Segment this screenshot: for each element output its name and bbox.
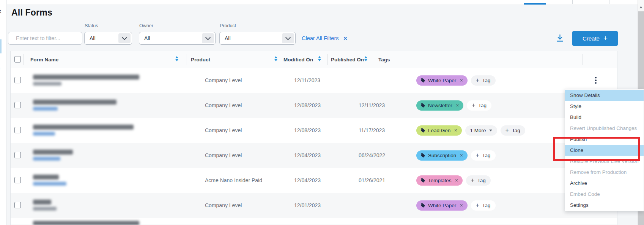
menu-item-embed-code: Embed Code <box>565 189 644 200</box>
caret-down-icon <box>489 130 492 131</box>
add-tag-button[interactable]: +Tag <box>471 75 496 86</box>
download-button[interactable] <box>554 32 565 44</box>
row-checkbox[interactable] <box>14 102 21 108</box>
clear-filters-x-icon[interactable]: ✕ <box>343 36 348 41</box>
tags-cell: Subscription✕+Tag <box>416 150 496 161</box>
tag-icon <box>420 153 425 158</box>
chevron-down-icon[interactable] <box>282 33 294 43</box>
cell-published-on: 06/24/2022 <box>359 152 385 158</box>
create-button[interactable]: Create + <box>572 31 618 46</box>
table-row: Company Level12/04/202306/24/2022Subscri… <box>11 143 617 168</box>
menu-item-archive[interactable]: Archive <box>565 178 644 189</box>
add-tag-button[interactable]: +Tag <box>467 100 491 111</box>
cell-modified-on: 12/08/2023 <box>294 102 321 108</box>
form-link-redacted[interactable] <box>33 107 58 111</box>
tag-chip-label: Newsletter <box>428 103 452 108</box>
tag-icon <box>420 78 425 83</box>
menu-item-show-details[interactable]: Show Details <box>565 90 644 101</box>
tag-icon <box>420 103 425 108</box>
row-checkbox[interactable] <box>14 152 21 158</box>
cell-modified-on: 12/01/2023 <box>294 202 321 208</box>
remove-tag-icon[interactable]: ✕ <box>460 78 463 83</box>
header-divider <box>280 54 280 65</box>
status-filter-select[interactable]: All <box>84 32 132 45</box>
more-tags-button[interactable]: 1 More <box>465 125 497 136</box>
sort-icon-product[interactable] <box>274 56 277 61</box>
form-name-redacted <box>33 150 73 155</box>
column-header-published-on[interactable]: Published On <box>331 51 364 68</box>
tag-chip-label: White Paper <box>428 203 456 208</box>
search-input[interactable] <box>15 35 85 42</box>
plus-icon: + <box>476 202 479 209</box>
annotation-red-box <box>553 137 640 161</box>
remove-tag-icon[interactable]: ✕ <box>460 153 463 158</box>
column-header-tags: Tags <box>378 51 390 68</box>
cell-product: Company Level <box>205 127 242 133</box>
form-name-redacted <box>33 125 134 130</box>
tags-cell: White Paper✕+Tag <box>416 200 496 211</box>
owner-filter-select[interactable]: All <box>139 32 216 45</box>
cell-modified-on: 12/11/2023 <box>294 77 320 83</box>
row-checkbox[interactable] <box>14 77 21 83</box>
add-tag-label: Tag <box>482 203 491 208</box>
add-tag-button[interactable]: +Tag <box>471 200 496 211</box>
add-tag-button[interactable]: +Tag <box>466 175 491 186</box>
cell-published-on: 11/17/2023 <box>359 127 385 133</box>
tag-chip-label: Subscription <box>428 153 456 158</box>
table-row: Company Level12/08/202312/11/2023Newslet… <box>11 93 617 118</box>
table-row: Company Level12/01/2023White Paper✕+Tag <box>11 193 617 218</box>
sort-icon-published-on[interactable] <box>364 56 367 61</box>
row-checkbox[interactable] <box>14 202 21 208</box>
menu-item-build[interactable]: Build <box>565 112 644 123</box>
add-tag-button[interactable]: +Tag <box>501 125 525 136</box>
header-divider <box>24 54 24 65</box>
form-link-redacted[interactable] <box>33 182 66 186</box>
form-name-redacted <box>33 75 139 80</box>
form-link-redacted[interactable] <box>33 132 55 136</box>
row-checkbox[interactable] <box>14 127 21 133</box>
sort-icon-form-name[interactable] <box>175 56 178 61</box>
top-tabs[interactable] <box>0 0 644 5</box>
more-tags-label: 1 More <box>470 128 486 133</box>
product-filter-value: All <box>220 35 281 41</box>
tag-icon <box>420 203 425 208</box>
header-divider <box>371 54 371 65</box>
chevron-down-icon[interactable] <box>202 33 214 43</box>
add-tag-button[interactable]: +Tag <box>471 150 496 161</box>
row-checkbox[interactable] <box>14 177 21 183</box>
row-actions-kebab-icon[interactable] <box>592 75 600 85</box>
column-header-product[interactable]: Product <box>191 51 210 68</box>
product-filter-select[interactable]: All <box>219 32 296 45</box>
forms-table: Form Name Product Modified On Published … <box>10 51 617 225</box>
table-row: Acme Nano Insider Paid12/04/202301/26/20… <box>11 168 617 193</box>
remove-tag-icon[interactable]: ✕ <box>460 203 463 208</box>
select-all-checkbox[interactable] <box>14 56 21 62</box>
column-header-modified-on[interactable]: Modified On <box>283 51 313 68</box>
scrollbar-up-arrow[interactable] <box>639 6 642 8</box>
form-name-redacted <box>33 100 117 105</box>
owner-filter-label: Owner <box>139 23 153 28</box>
menu-item-settings[interactable]: Settings <box>565 200 644 211</box>
tag-chip: Lead Gen✕ <box>416 125 462 136</box>
remove-tag-icon[interactable]: ✕ <box>455 178 458 183</box>
cell-modified-on: 12/04/2023 <box>294 152 321 158</box>
plus-icon: + <box>476 152 479 159</box>
tag-chip-label: Lead Gen <box>428 128 450 133</box>
chevron-down-icon[interactable] <box>118 33 131 43</box>
remove-tag-icon[interactable]: ✕ <box>456 103 459 108</box>
collapse-sidebar-icon[interactable]: ✕ <box>0 8 2 14</box>
add-tag-label: Tag <box>478 103 487 108</box>
sort-icon-modified-on[interactable] <box>318 56 321 61</box>
remove-tag-icon[interactable]: ✕ <box>454 128 457 133</box>
tag-chip: Newsletter✕ <box>416 100 463 111</box>
cell-published-on: 12/11/2023 <box>359 102 385 108</box>
form-link-redacted[interactable] <box>33 157 60 161</box>
filter-search[interactable] <box>8 32 82 45</box>
menu-item-revert-unpublished-changes: Revert Unpublished Changes <box>565 123 644 134</box>
column-header-form-name[interactable]: Form Name <box>30 51 58 68</box>
form-name-redacted <box>33 221 139 225</box>
clear-all-filters-button[interactable]: Clear All Filters ✕ <box>302 35 347 41</box>
table-header-row: Form Name Product Modified On Published … <box>11 51 617 68</box>
plus-icon: + <box>471 177 474 184</box>
menu-item-style[interactable]: Style <box>565 101 644 112</box>
